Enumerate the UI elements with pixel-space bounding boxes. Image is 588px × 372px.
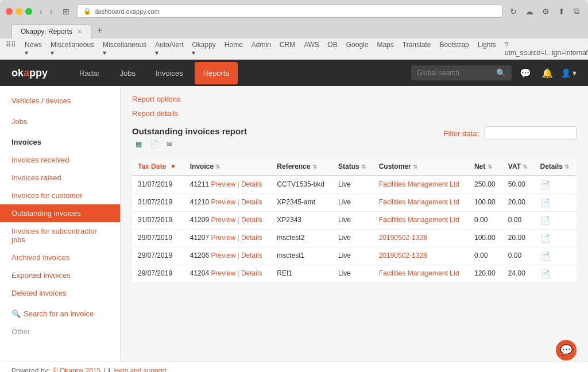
document-icon[interactable]: 📄 bbox=[540, 234, 550, 243]
sidebar-item-deleted-invoices[interactable]: Deleted invoices bbox=[0, 284, 120, 302]
active-tab[interactable]: Okappy: Reports ✕ bbox=[11, 24, 91, 38]
sidebar-item-jobs[interactable]: Jobs bbox=[0, 113, 120, 130]
bell-icon[interactable]: 🔔 bbox=[539, 65, 555, 81]
bookmark-misc1[interactable]: Miscellaneous ▾ bbox=[51, 41, 94, 57]
sidebar-item-invoices-received[interactable]: Invoices received bbox=[0, 151, 120, 169]
invoice-details-link[interactable]: Details bbox=[241, 234, 262, 242]
help-link[interactable]: Help and support bbox=[114, 367, 166, 372]
invoice-preview-link[interactable]: Preview bbox=[211, 269, 235, 277]
customer-link[interactable]: 20190502-1328 bbox=[379, 251, 427, 259]
sidebar-search-invoice[interactable]: 🔍 Search for an invoice bbox=[0, 305, 120, 323]
close-dot[interactable] bbox=[6, 8, 13, 15]
search-icon[interactable]: 🔍 bbox=[496, 68, 506, 78]
back-button[interactable]: ‹ bbox=[37, 6, 45, 17]
nav-jobs[interactable]: Jobs bbox=[111, 62, 144, 84]
nav-radar[interactable]: Radar bbox=[71, 62, 108, 84]
section-title[interactable]: Report details bbox=[132, 109, 577, 118]
bookmark-utm[interactable]: ?utm_source=l...ign=internal bbox=[505, 41, 588, 57]
invoice-details-link[interactable]: Details bbox=[241, 216, 262, 224]
col-invoice[interactable]: Invoice ⇅ bbox=[184, 158, 272, 176]
export-excel-icon[interactable]: ▦ bbox=[132, 139, 145, 149]
document-icon[interactable]: 📄 bbox=[540, 251, 550, 261]
bookmark-apps[interactable]: ⠿⠿ bbox=[6, 41, 16, 57]
filter-label: Filter data: bbox=[444, 129, 479, 138]
nav-invoices[interactable]: Invoices bbox=[147, 62, 192, 84]
col-vat[interactable]: VAT ⇅ bbox=[502, 158, 535, 176]
cell-invoice: 41210 Preview | Details bbox=[184, 194, 272, 212]
user-menu[interactable]: 👤 ▾ bbox=[561, 68, 577, 78]
customer-link[interactable]: Facilities Management Ltd bbox=[379, 198, 459, 206]
cell-status: Live bbox=[332, 265, 373, 283]
sidebar-item-outstanding-invoices[interactable]: Outstanding invoices bbox=[0, 204, 120, 222]
sidebar-item-invoices-subcontractor[interactable]: Invoices for subcontractor jobs bbox=[0, 222, 120, 249]
search-input[interactable] bbox=[417, 69, 492, 77]
invoice-details-link[interactable]: Details bbox=[241, 251, 262, 259]
bookmark-translate[interactable]: Translate bbox=[403, 41, 431, 57]
report-title-block: Outstanding invoices report ▦ 📄 ✉ bbox=[132, 126, 247, 149]
col-status[interactable]: Status ⇅ bbox=[332, 158, 373, 176]
bookmark-bootstrap[interactable]: Bootstrap bbox=[439, 41, 469, 57]
cell-reference: CCTV1535-bkd bbox=[271, 176, 332, 194]
invoice-details-link[interactable]: Details bbox=[241, 180, 262, 188]
document-icon[interactable]: 📄 bbox=[540, 216, 550, 225]
customer-link[interactable]: 20190502-1328 bbox=[379, 234, 427, 242]
breadcrumb[interactable]: Report options bbox=[132, 95, 577, 103]
share-button[interactable]: ⬆ bbox=[555, 5, 568, 17]
sidebar-item-exported-invoices[interactable]: Exported invoices bbox=[0, 266, 120, 284]
chat-bubble-button[interactable]: 💬 bbox=[556, 340, 577, 361]
export-pdf-icon[interactable]: 📄 bbox=[148, 139, 160, 149]
sidebar-item-invoices-raised[interactable]: Invoices raised bbox=[0, 169, 120, 187]
document-icon[interactable]: 📄 bbox=[540, 269, 550, 278]
col-net[interactable]: Net ⇅ bbox=[469, 158, 502, 176]
invoice-details-link[interactable]: Details bbox=[241, 269, 262, 277]
bookmark-news[interactable]: News ▾ bbox=[25, 41, 42, 57]
bookmark-misc2[interactable]: Miscellaneous ▾ bbox=[103, 41, 146, 57]
cell-invoice: 41204 Preview | Details bbox=[184, 265, 272, 283]
sidebar-toggle-button[interactable]: ⊞ bbox=[60, 6, 72, 17]
customer-link[interactable]: Facilities Management Ltd bbox=[379, 269, 459, 277]
invoice-preview-link[interactable]: Preview bbox=[211, 216, 235, 224]
company-link[interactable]: © Okappy 2015 bbox=[53, 367, 101, 372]
sidebar-item-archived-invoices[interactable]: Archived invoices bbox=[0, 249, 120, 266]
tab-bar: Okappy: Reports ✕ + bbox=[6, 22, 582, 38]
maximize-dot[interactable] bbox=[25, 8, 32, 15]
filter-input[interactable] bbox=[485, 126, 577, 140]
document-icon[interactable]: 📄 bbox=[540, 198, 550, 207]
bookmark-aws[interactable]: AWS bbox=[304, 41, 319, 57]
cloud-button[interactable]: ☁ bbox=[523, 5, 536, 17]
col-reference[interactable]: Reference ⇅ bbox=[271, 158, 332, 176]
export-email-icon[interactable]: ✉ bbox=[163, 139, 176, 149]
chat-icon[interactable]: 💬 bbox=[517, 65, 533, 81]
invoice-details-link[interactable]: Details bbox=[241, 198, 262, 206]
col-tax-date[interactable]: Tax Date ▼ bbox=[132, 158, 184, 176]
col-details[interactable]: Details ⇅ bbox=[535, 158, 577, 176]
customer-link[interactable]: Facilities Management Ltd bbox=[379, 180, 459, 188]
sidebar-item-vehicles[interactable]: Vehicles / devices bbox=[0, 92, 120, 110]
col-customer[interactable]: Customer ⇅ bbox=[373, 158, 469, 176]
customer-link[interactable]: Facilities Management Ltd bbox=[379, 216, 459, 224]
bookmark-home[interactable]: Home bbox=[225, 41, 243, 57]
bookmark-maps[interactable]: Maps bbox=[377, 41, 393, 57]
bookmark-crm[interactable]: CRM bbox=[280, 41, 295, 57]
invoice-preview-link[interactable]: Preview bbox=[211, 234, 235, 242]
document-icon[interactable]: 📄 bbox=[540, 180, 550, 189]
invoice-preview-link[interactable]: Preview bbox=[211, 180, 235, 188]
invoice-preview-link[interactable]: Preview bbox=[211, 198, 235, 206]
tab-close-button[interactable]: ✕ bbox=[77, 28, 82, 36]
bookmark-db[interactable]: DB bbox=[328, 41, 338, 57]
minimize-dot[interactable] bbox=[16, 8, 22, 15]
refresh-button[interactable]: ↻ bbox=[507, 5, 520, 17]
address-bar[interactable]: 🔒 dashboard.okappy.com bbox=[77, 5, 502, 18]
add-tab-button[interactable]: + bbox=[92, 22, 107, 38]
sidebar-item-invoices-customer[interactable]: Invoices for customer bbox=[0, 187, 120, 204]
bookmark-lights[interactable]: Lights bbox=[478, 41, 496, 57]
bookmark-admin[interactable]: Admin bbox=[252, 41, 271, 57]
invoice-preview-link[interactable]: Preview bbox=[211, 251, 235, 259]
forward-button[interactable]: › bbox=[47, 6, 56, 17]
bookmark-google[interactable]: Google bbox=[346, 41, 369, 57]
nav-reports[interactable]: Reports bbox=[195, 62, 238, 84]
bookmark-autoalert[interactable]: AutoAlert ▾ bbox=[155, 41, 183, 57]
bookmark-okappy[interactable]: Okappy ▾ bbox=[192, 41, 215, 57]
shield-button[interactable]: ⚙ bbox=[539, 5, 552, 17]
new-tab-icon-button[interactable]: ⧉ bbox=[571, 5, 582, 17]
